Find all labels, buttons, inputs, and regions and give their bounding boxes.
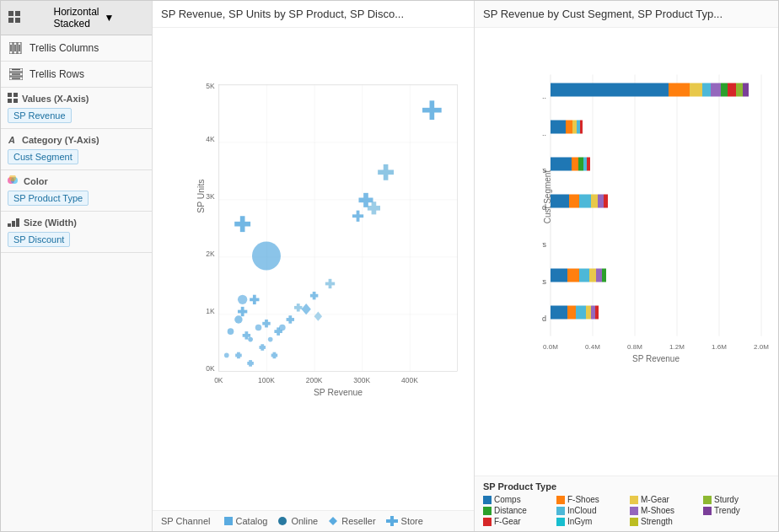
reseller-label: Reseller [341,516,375,526]
svg-rect-137 [602,269,606,282]
svg-rect-124 [583,158,587,171]
category-y-axis-section: A Category (Y-Axis) Cust Segment [1,129,152,170]
svg-text:200K: 200K [306,377,323,385]
svg-rect-117 [566,121,572,134]
mshoes-label: M-Shoes [641,506,674,515]
svg-point-84 [279,325,286,331]
sturdy-label: Sturdy [714,495,739,504]
svg-rect-48 [368,206,380,211]
svg-point-77 [228,328,234,335]
svg-rect-122 [572,158,578,171]
bar-chart-title: SP Revenue by Cust Segment, SP Product T… [475,1,778,28]
legend-strength: Strength [630,517,696,526]
legend-fgear: F-Gear [483,517,550,526]
size-icon [8,217,19,228]
product-legend-title: SP Product Type [483,481,770,492]
svg-rect-121 [551,158,572,171]
fgear-label: F-Gear [494,517,521,526]
trellis-rows-section[interactable]: Trellis Rows [1,62,152,88]
svg-point-82 [268,337,273,342]
svg-rect-44 [378,169,394,175]
dropdown-arrow-icon: ▼ [105,12,145,24]
svg-rect-108 [669,83,690,97]
svg-rect-123 [578,158,583,171]
svg-rect-112 [721,83,728,97]
svg-rect-88 [234,222,250,227]
sp-channel-label: SP Channel [161,516,211,526]
svg-rect-139 [567,306,576,320]
legend-distance: Distance [483,506,550,515]
svg-text:0.0M: 0.0M [543,343,558,351]
svg-text:100K: 100K [258,377,275,385]
incloud-color [556,507,565,515]
strength-label: Strength [641,517,673,526]
svg-text:2.0M: 2.0M [754,343,769,351]
svg-text:Others: Others [542,166,546,175]
svg-rect-143 [595,306,599,320]
trendy-color [703,507,712,515]
svg-rect-19 [13,99,18,103]
category-icon: A [8,134,18,146]
svg-text:SP Revenue: SP Revenue [632,354,680,363]
incloud-label: InCloud [567,506,596,515]
svg-rect-141 [586,306,591,320]
bar-svg: Cust Segment Active Sin... Baby Boo... O… [542,36,770,433]
svg-rect-119 [577,121,580,134]
svg-rect-76 [325,282,335,286]
svg-text:0.8M: 0.8M [627,343,642,351]
svg-text:Rural based: Rural based [542,203,546,212]
svg-point-83 [224,353,229,358]
mgear-label: M-Gear [641,495,669,504]
svg-rect-26 [16,218,19,227]
distance-label: Distance [494,506,527,515]
scatter-chart-area: SP Units 0K 1K 2K 3K 4K 5K 0K 100K 200K [153,28,474,510]
values-x-axis-section: Values (X-Axis) SP Revenue [1,88,152,129]
svg-rect-131 [604,195,608,208]
category-y-axis-title: A Category (Y-Axis) [8,134,145,146]
fshoes-color [556,496,565,504]
size-width-section: Size (Width) SP Discount [1,212,152,253]
comps-label: Comps [494,495,521,504]
legend-online: Online [277,516,318,526]
legend-store: Store [386,516,423,526]
svg-rect-114 [736,83,743,97]
legend-mgear: M-Gear [630,495,696,504]
sp-discount-tag[interactable]: SP Discount [8,232,70,247]
svg-text:5K: 5K [206,82,215,90]
trellis-columns-label: Trellis Columns [30,42,99,54]
svg-text:A: A [8,135,15,144]
cust-segment-tag[interactable]: Cust Segment [8,149,78,164]
svg-rect-107 [551,83,669,97]
scatter-legend-footer: SP Channel Catalog Online Reseller [153,510,474,531]
svg-rect-109 [690,83,702,97]
legend-reseller: Reseller [328,516,375,526]
svg-rect-16 [8,93,12,97]
trellis-columns-icon [9,42,23,54]
svg-rect-129 [591,195,598,208]
svg-rect-24 [8,223,11,227]
sp-revenue-tag[interactable]: SP Revenue [8,108,72,123]
ingym-color [556,518,565,526]
comps-color [483,496,492,504]
chart-type-label: Horizontal Stacked [53,6,99,30]
left-panel: Horizontal Stacked ▼ Trellis Columns [1,1,153,531]
trellis-columns-section[interactable]: Trellis Columns [1,35,152,62]
y-axis-label: SP Units [196,180,206,213]
fgear-color [483,518,492,526]
sp-product-type-tag[interactable]: SP Product Type [8,191,89,206]
svg-point-79 [238,295,247,304]
svg-rect-111 [711,83,721,97]
svg-rect-66 [235,354,242,357]
svg-rect-2 [8,18,13,23]
svg-text:SP Revenue: SP Revenue [314,388,363,397]
reseller-icon [328,516,338,526]
svg-rect-62 [243,334,250,337]
chart-type-dropdown[interactable]: Horizontal Stacked ▼ [1,1,152,35]
svg-rect-54 [250,298,259,301]
svg-rect-126 [551,195,569,208]
svg-text:1K: 1K [206,307,215,315]
svg-rect-135 [589,269,596,282]
values-x-axis-title: Values (X-Axis) [8,93,145,105]
svg-rect-132 [551,269,567,282]
ingym-label: InGym [567,517,592,526]
